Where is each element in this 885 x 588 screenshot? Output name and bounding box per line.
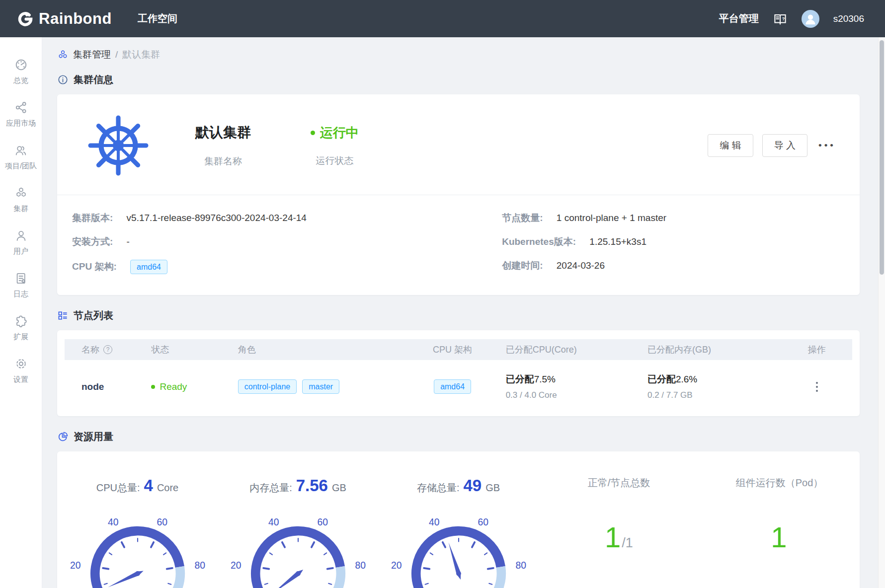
- field-value: -: [127, 236, 130, 247]
- extension-icon: [14, 314, 28, 328]
- scrollbar-thumb[interactable]: [880, 40, 884, 275]
- role-tag-control-plane: control-plane: [238, 379, 297, 394]
- field-value: 2024-03-26: [557, 260, 605, 271]
- gauge-title-label: 存储总量:: [417, 481, 460, 495]
- section-title-text: 节点列表: [74, 309, 113, 322]
- stat-label: 正常/节点总数: [539, 476, 699, 490]
- cluster-name: 默认集群: [195, 123, 251, 142]
- amd64-tag: amd64: [130, 260, 167, 274]
- sidebar-item-label: 项目/团队: [5, 161, 37, 170]
- col-actions: 操作: [781, 344, 852, 356]
- memory-gauge-chart: 020406080100: [218, 506, 378, 588]
- info-icon: [57, 74, 69, 85]
- nav-platform-admin[interactable]: 平台管理: [719, 12, 759, 25]
- team-icon: [14, 144, 27, 157]
- node-name-link[interactable]: node: [81, 381, 104, 392]
- kubernetes-wheel-icon: [88, 114, 149, 177]
- node-status-text: Ready: [160, 381, 187, 392]
- edit-button[interactable]: 编 辑: [708, 134, 753, 157]
- cluster-name-block: 默认集群 集群名称: [195, 123, 251, 168]
- sidebar-item-users[interactable]: 用户: [13, 229, 28, 255]
- node-count-field: 节点数量: 1 control-plane + 1 master: [502, 212, 840, 224]
- breadcrumb: 集群管理 / 默认集群: [57, 48, 860, 61]
- field-label: 创建时间:: [502, 260, 543, 271]
- cluster-status-text: 运行中: [320, 124, 359, 142]
- memory-total-title: 内存总量: 7.56 GB: [218, 476, 378, 495]
- svg-text:40: 40: [268, 517, 278, 527]
- sidebar-item-extensions[interactable]: 扩展: [13, 314, 28, 341]
- breadcrumb-separator: /: [115, 49, 118, 60]
- list-icon: [57, 310, 69, 321]
- cluster-status-block: 运行中 运行状态: [311, 124, 359, 167]
- field-value: 1 control-plane + 1 master: [557, 213, 666, 223]
- gauge-total-unit: GB: [485, 482, 500, 494]
- sidebar-item-label: 设置: [13, 375, 28, 383]
- alloc-label: 已分配: [647, 374, 676, 384]
- navbar-right: 平台管理 s20306: [719, 10, 864, 28]
- sidebar-item-label: 日志: [13, 290, 28, 298]
- stat-suffix: /1: [622, 535, 633, 551]
- person-icon: [803, 11, 818, 26]
- role-tag-master: master: [302, 379, 339, 394]
- main-content: 集群管理 / 默认集群 集群信息 默认集群 集群名称 运行中 运行: [42, 37, 885, 588]
- details-left-column: 集群版本: v5.17.1-release-89976c300-2024-03-…: [72, 206, 502, 280]
- gauge-title-label: 内存总量:: [249, 481, 292, 495]
- cluster-info-section-title: 集群信息: [57, 73, 860, 86]
- row-more-menu-icon[interactable]: [781, 382, 852, 392]
- alloc-value: 2.6%: [676, 374, 697, 384]
- stat-value: 1: [699, 520, 860, 554]
- username[interactable]: s20306: [833, 13, 864, 24]
- avatar[interactable]: [802, 10, 819, 28]
- sidebar-item-clusters[interactable]: 集群: [13, 186, 28, 213]
- svg-text:20: 20: [230, 560, 241, 571]
- svg-text:80: 80: [194, 560, 205, 571]
- col-cpu-allocated: 已分配CPU(Core): [502, 344, 644, 356]
- node-mem-allocated: 已分配2.6% 0.2 / 7.7 GB: [644, 373, 781, 400]
- memory-gauge-block: 内存总量: 7.56 GB 020406080100 内存 2.63%: [218, 476, 378, 588]
- sidebar-item-settings[interactable]: 设置: [13, 357, 28, 383]
- svg-text:20: 20: [70, 560, 80, 571]
- status-dot-icon: [311, 131, 315, 135]
- stat-value: 1 /1: [539, 520, 699, 554]
- breadcrumb-cluster-management[interactable]: 集群管理: [73, 48, 111, 61]
- help-circle-icon[interactable]: ?: [103, 345, 112, 354]
- svg-text:80: 80: [515, 560, 526, 571]
- storage-gauge-chart: 020406080100: [378, 506, 539, 588]
- sidebar: 总览 应用市场 项目/团队 集群 用户 日志 扩展 设置: [0, 37, 42, 588]
- app-root: Rainbond 工作空间 平台管理 s20306 总览 应用市场 项目/团队 …: [0, 37, 885, 588]
- cpu-arch-field: CPU 架构: amd64: [72, 260, 502, 274]
- rainbond-logo[interactable]: Rainbond: [17, 10, 112, 28]
- settings-icon: [14, 357, 28, 370]
- svg-text:60: 60: [478, 517, 488, 527]
- cluster-version-field: 集群版本: v5.17.1-release-89976c300-2024-03-…: [72, 212, 502, 224]
- resource-usage-section-title: 资源用量: [57, 430, 860, 443]
- nav-workspace[interactable]: 工作空间: [138, 13, 177, 24]
- svg-text:20: 20: [391, 560, 401, 571]
- storage-total-title: 存储总量: 49 GB: [378, 476, 539, 495]
- table-row: node Ready control-plane master amd64 已分…: [65, 360, 852, 416]
- cluster-icon: [14, 186, 28, 200]
- sidebar-item-teams[interactable]: 项目/团队: [5, 144, 37, 170]
- more-actions-icon[interactable]: •••: [818, 140, 836, 151]
- sidebar-item-overview[interactable]: 总览: [13, 58, 28, 84]
- field-label: 节点数量:: [502, 213, 543, 223]
- user-icon: [14, 229, 28, 242]
- import-button[interactable]: 导 入: [762, 134, 807, 157]
- help-doc-icon[interactable]: [773, 11, 788, 26]
- details-right-column: 节点数量: 1 control-plane + 1 master Kuberne…: [502, 206, 840, 280]
- sidebar-item-logs[interactable]: 日志: [13, 272, 28, 298]
- cluster-name-label: 集群名称: [195, 155, 251, 168]
- field-label: CPU 架构:: [72, 261, 117, 272]
- alloc-value: 7.5%: [534, 374, 556, 384]
- node-status: Ready: [151, 381, 234, 392]
- gauge-total-unit: GB: [332, 482, 346, 494]
- running-pods-stat: 组件运行数（Pod） 1: [699, 476, 860, 588]
- col-mem-allocated: 已分配内存(GB): [644, 344, 781, 356]
- log-icon: [14, 272, 28, 285]
- cpu-total-title: CPU总量: 4 Core: [57, 476, 218, 495]
- alloc-detail: 0.2 / 7.7 GB: [647, 390, 781, 400]
- cluster-info-card: 默认集群 集群名称 运行中 运行状态 编 辑 导 入 •••: [57, 94, 860, 295]
- sidebar-item-app-market[interactable]: 应用市场: [6, 101, 36, 127]
- scrollbar[interactable]: [878, 37, 885, 588]
- gauge-total-unit: Core: [157, 482, 178, 494]
